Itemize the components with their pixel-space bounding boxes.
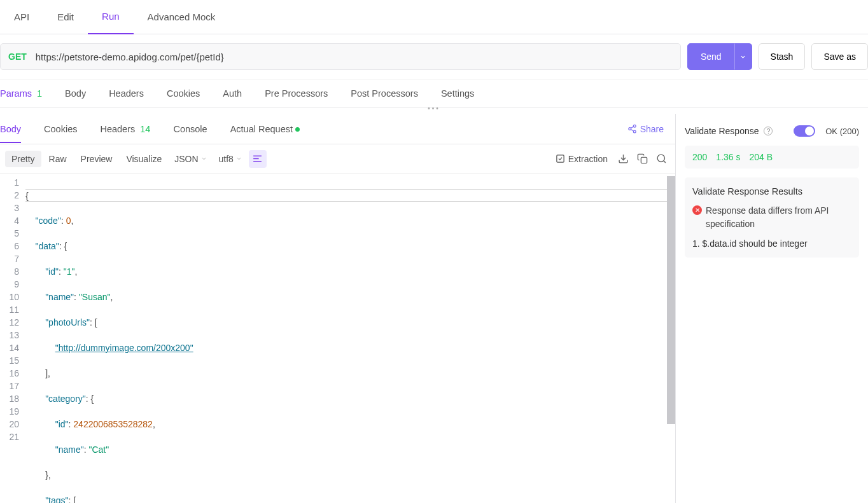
resp-tab-body[interactable]: Body xyxy=(0,124,21,134)
chevron-down-icon xyxy=(235,155,242,162)
response-stats: 200 1.36 s 204 B xyxy=(685,146,859,169)
send-dropdown[interactable] xyxy=(734,43,752,70)
resp-tab-cookies[interactable]: Cookies xyxy=(44,124,77,134)
wrap-icon xyxy=(252,153,263,164)
svg-line-4 xyxy=(631,129,633,131)
req-tab-settings[interactable]: Settings xyxy=(441,88,474,99)
tab-api[interactable]: API xyxy=(0,0,43,34)
svg-line-3 xyxy=(631,127,633,128)
validate-toggle[interactable] xyxy=(794,125,815,137)
svg-point-0 xyxy=(633,125,636,127)
download-icon xyxy=(618,153,629,164)
svg-line-12 xyxy=(664,161,666,163)
download-button[interactable] xyxy=(614,150,632,168)
share-icon xyxy=(627,124,637,134)
status-text: OK (200) xyxy=(825,127,859,136)
validate-label: Validate Response xyxy=(685,126,759,136)
stat-time: 1.36 s xyxy=(716,152,740,162)
svg-point-1 xyxy=(629,128,631,130)
extraction-icon xyxy=(556,154,565,163)
method-label: GET xyxy=(8,52,27,62)
view-pretty[interactable]: Pretty xyxy=(5,151,41,167)
url-row: GET https://petstore-demo.apidog.com/pet… xyxy=(0,34,868,79)
view-row: Pretty Raw Preview Visualize JSON utf8 E… xyxy=(0,144,675,174)
error-icon: ✕ xyxy=(692,205,702,215)
resp-tab-actual[interactable]: Actual Request xyxy=(230,124,300,134)
req-tab-auth[interactable]: Auth xyxy=(223,88,242,99)
url-bar[interactable]: GET https://petstore-demo.apidog.com/pet… xyxy=(0,43,681,70)
share-button[interactable]: Share xyxy=(627,124,664,134)
request-tabs: Params 1 Body Headers Cookies Auth Pre P… xyxy=(0,79,868,107)
view-raw[interactable]: Raw xyxy=(43,151,73,167)
svg-point-2 xyxy=(633,130,636,133)
wrap-button[interactable] xyxy=(249,150,267,168)
resp-tab-console[interactable]: Console xyxy=(173,124,207,134)
resp-tab-headers[interactable]: Headers 14 xyxy=(100,124,150,134)
code-area[interactable]: 123456789101112131415161718192021 { "cod… xyxy=(0,174,675,503)
req-tab-headers[interactable]: Headers xyxy=(109,88,144,99)
error-item: 1. $.data.id should be integer xyxy=(692,238,851,249)
top-tabs: API Edit Run Advanced Mock xyxy=(0,0,868,34)
status-dot-icon xyxy=(295,127,300,132)
req-tab-body[interactable]: Body xyxy=(65,88,86,99)
tab-run[interactable]: Run xyxy=(88,0,134,34)
line-gutter: 123456789101112131415161718192021 xyxy=(0,174,25,503)
copy-icon xyxy=(637,153,648,164)
req-tab-cookies[interactable]: Cookies xyxy=(167,88,200,99)
stat-code: 200 xyxy=(692,152,707,162)
format-select[interactable]: JSON xyxy=(169,151,212,167)
resize-handle[interactable]: ••• xyxy=(0,107,868,114)
stash-button[interactable]: Stash xyxy=(759,43,806,70)
validation-panel: Validate Response ? OK (200) 200 1.36 s … xyxy=(676,114,868,503)
copy-button[interactable] xyxy=(633,150,651,168)
response-tabs: Body Cookies Headers 14 Console Actual R… xyxy=(0,114,675,144)
svg-point-11 xyxy=(657,155,664,162)
save-as-button[interactable]: Save as xyxy=(811,43,868,70)
chevron-down-icon xyxy=(200,155,207,162)
search-icon xyxy=(656,153,667,164)
tab-edit[interactable]: Edit xyxy=(43,0,88,34)
send-button[interactable]: Send xyxy=(687,43,735,70)
url-text: https://petstore-demo.apidog.com/pet/{pe… xyxy=(36,52,673,62)
code-content: { "code": 0, "data": { "id": "1", "name"… xyxy=(25,174,675,503)
req-tab-params[interactable]: Params 1 xyxy=(0,88,42,99)
scrollbar[interactable] xyxy=(667,176,675,424)
svg-rect-8 xyxy=(557,155,564,162)
results-title: Validate Response Results xyxy=(692,186,851,196)
validation-results: Validate Response Results ✕ Response dat… xyxy=(685,177,859,258)
encoding-select[interactable]: utf8 xyxy=(214,151,248,167)
view-preview[interactable]: Preview xyxy=(74,151,119,167)
search-button[interactable] xyxy=(652,150,670,168)
req-tab-post[interactable]: Post Processors xyxy=(351,88,418,99)
req-tab-pre[interactable]: Pre Processors xyxy=(265,88,328,99)
view-visualize[interactable]: Visualize xyxy=(120,151,168,167)
stat-size: 204 B xyxy=(750,152,773,162)
extraction-button[interactable]: Extraction xyxy=(550,151,613,167)
svg-rect-10 xyxy=(641,157,647,163)
error-message: Response data differs from API specifica… xyxy=(706,204,851,231)
help-icon[interactable]: ? xyxy=(764,127,773,135)
tab-mock[interactable]: Advanced Mock xyxy=(134,0,230,34)
